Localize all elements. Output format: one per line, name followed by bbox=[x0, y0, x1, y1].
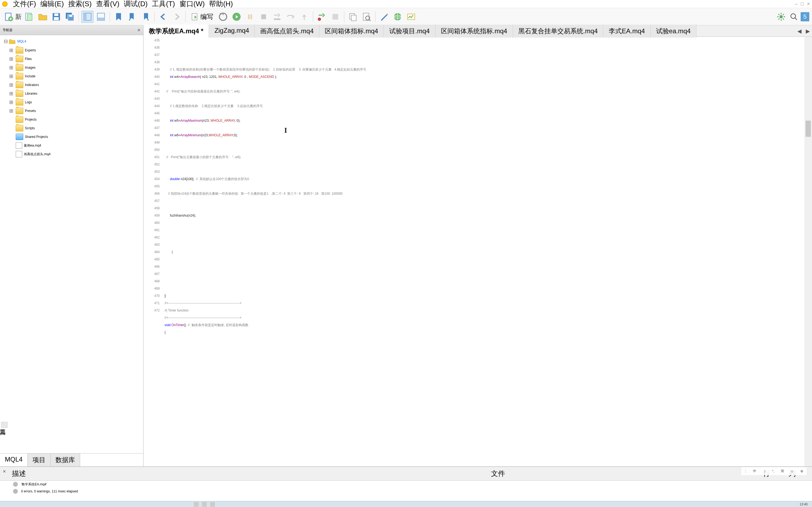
file-tab[interactable]: 区间箱体指标.mq4 bbox=[319, 24, 384, 38]
menu-window[interactable]: 窗口(W) bbox=[180, 0, 205, 9]
expand-icon[interactable]: ⊞ bbox=[8, 99, 14, 105]
debug-stop-button[interactable] bbox=[258, 11, 269, 23]
nav-tab-project[interactable]: 项目 bbox=[28, 453, 51, 466]
menu-debug[interactable]: 调试(D) bbox=[124, 0, 148, 9]
output-row[interactable]: '教学系统EA.mq4' bbox=[0, 481, 812, 488]
new-from-template-button[interactable] bbox=[23, 11, 35, 23]
step-into-button[interactable] bbox=[271, 11, 283, 23]
close-icon[interactable]: × bbox=[807, 1, 810, 7]
tree-file[interactable]: 画高低点箭头.mq4 bbox=[0, 150, 143, 159]
bookmark-toggle-button[interactable] bbox=[113, 11, 124, 23]
nav-back-button[interactable] bbox=[157, 11, 169, 23]
expand-icon[interactable]: ⊞ bbox=[8, 73, 14, 79]
tabs-prev-icon[interactable]: ◀ bbox=[795, 27, 804, 36]
toolbox-side-label[interactable]: 工具箱 bbox=[1, 422, 8, 428]
style-button[interactable] bbox=[378, 11, 390, 23]
menu-view[interactable]: 查看(V) bbox=[96, 0, 120, 9]
bookmark-next-button[interactable] bbox=[140, 11, 152, 23]
expand-icon[interactable]: ⊞ bbox=[8, 47, 14, 53]
maximize-icon[interactable]: □ bbox=[801, 1, 804, 7]
open-button[interactable] bbox=[37, 11, 49, 23]
file-tab[interactable]: 试验项目.mq4 bbox=[384, 24, 435, 38]
nav-tab-mql4[interactable]: MQL4 bbox=[0, 453, 28, 466]
tree-folder[interactable]: ⊞Logs bbox=[0, 98, 143, 107]
file-tab[interactable]: ZigZag.mq4 bbox=[209, 24, 255, 38]
ime-punct-icon[interactable]: °, bbox=[772, 469, 774, 473]
col-description[interactable]: 描述 bbox=[9, 467, 488, 481]
output-row[interactable]: 0 errors, 0 warnings, 111 msec elapsed bbox=[0, 488, 812, 495]
menu-search[interactable]: 搜索(S) bbox=[68, 0, 92, 9]
compile-button[interactable]: 编写 bbox=[188, 11, 215, 22]
tree-file[interactable]: 案例ea.mq4 bbox=[0, 141, 143, 150]
col-file[interactable]: 文件 bbox=[488, 467, 748, 481]
file-tab[interactable]: 区间箱体系统指标.mq4 bbox=[436, 24, 513, 38]
debug-pause-button[interactable] bbox=[244, 11, 256, 23]
editor-scrollbar[interactable] bbox=[804, 37, 812, 466]
toggle-toolbox-button[interactable] bbox=[95, 11, 107, 23]
market-badge[interactable]: 5 bbox=[801, 12, 809, 21]
ime-mode[interactable]: 简 bbox=[781, 469, 784, 473]
folder-label: Scripts bbox=[25, 126, 35, 130]
minimize-icon[interactable]: – bbox=[795, 1, 798, 7]
file-tab[interactable]: 画高低点箭头.mq4 bbox=[255, 24, 319, 38]
tree-folder[interactable]: ⊞Libraries bbox=[0, 89, 143, 98]
code-editor[interactable]: 4354364374384394404414424434444454464474… bbox=[144, 37, 812, 466]
settings-icon[interactable] bbox=[775, 11, 787, 23]
expand-icon[interactable]: ⊞ bbox=[8, 56, 14, 62]
navigator-close-icon[interactable]: × bbox=[137, 27, 141, 33]
menu-edit[interactable]: 编辑(E) bbox=[40, 0, 64, 9]
code-content[interactable]: I // 1. 规定数组的名称(你要在哪一个数组里面找寻你要找的那个目标值) 2… bbox=[162, 37, 812, 466]
ime-emoji-icon[interactable]: ☺ bbox=[791, 469, 794, 473]
nav-tab-database[interactable]: 数据库 bbox=[51, 453, 80, 466]
save-all-button[interactable] bbox=[64, 11, 76, 23]
expand-icon[interactable]: ⊞ bbox=[8, 91, 14, 97]
file-tab[interactable]: 试验ea.mq4 bbox=[651, 24, 697, 38]
taskbar-clock[interactable]: 13:40 bbox=[800, 502, 808, 506]
tree-folder[interactable]: ⊞Presets bbox=[0, 107, 143, 115]
file-tab[interactable]: 黑石复合挂单交易系统.mq4 bbox=[513, 24, 603, 38]
tree-folder[interactable]: Scripts bbox=[0, 124, 143, 132]
breakpoint-remove-button[interactable] bbox=[329, 11, 341, 23]
menu-help[interactable]: 帮助(H) bbox=[209, 0, 233, 9]
ime-moon-icon[interactable]: ☽ bbox=[763, 469, 766, 473]
expand-icon[interactable]: ⊞ bbox=[8, 82, 14, 88]
tree-folder[interactable]: ⊞Experts bbox=[0, 46, 143, 55]
tree-folder[interactable]: ⊞Indicators bbox=[0, 80, 143, 89]
chart-button[interactable] bbox=[405, 11, 417, 23]
collapse-icon[interactable]: ⊟ bbox=[3, 39, 9, 44]
internet-button[interactable] bbox=[392, 11, 404, 23]
new-button[interactable] bbox=[3, 11, 15, 23]
tree-folder[interactable]: ⊞Files bbox=[0, 55, 143, 63]
debug-restart-button[interactable] bbox=[217, 11, 229, 23]
find-button[interactable] bbox=[360, 11, 372, 23]
copy-button[interactable] bbox=[347, 11, 359, 23]
output-close-icon[interactable]: × bbox=[0, 467, 9, 481]
expand-icon[interactable]: ⊞ bbox=[8, 65, 14, 70]
tray-icon[interactable] bbox=[210, 502, 215, 507]
file-tab[interactable]: 教学系统EA.mq4 * bbox=[144, 24, 209, 38]
tray-icon[interactable] bbox=[202, 502, 207, 507]
step-out-button[interactable] bbox=[298, 11, 310, 23]
save-button[interactable] bbox=[50, 11, 62, 23]
expand-icon[interactable]: ⊞ bbox=[8, 108, 14, 114]
menu-tools[interactable]: 工具(T) bbox=[152, 0, 175, 9]
nav-forward-button[interactable] bbox=[171, 11, 183, 23]
breakpoint-button[interactable] bbox=[316, 11, 328, 23]
menu-file[interactable]: 文件(F) bbox=[13, 0, 36, 9]
ime-lang[interactable]: 中 bbox=[753, 469, 756, 473]
toggle-navigator-button[interactable] bbox=[82, 11, 93, 23]
folder-icon bbox=[16, 73, 23, 79]
tree-folder[interactable]: Projects bbox=[0, 115, 143, 124]
tray-icon[interactable] bbox=[194, 502, 199, 507]
search-icon[interactable] bbox=[790, 13, 798, 21]
tree-root[interactable]: ⊟ MQL4 bbox=[0, 37, 143, 46]
debug-start-button[interactable] bbox=[231, 11, 243, 23]
bookmark-prev-button[interactable] bbox=[126, 11, 138, 23]
step-over-button[interactable] bbox=[285, 11, 297, 23]
tree-folder[interactable]: ⊞Include bbox=[0, 72, 143, 80]
ime-settings-icon[interactable]: ⚙ bbox=[800, 469, 803, 473]
tree-folder[interactable]: ⊞Images bbox=[0, 63, 143, 72]
tree-folder[interactable]: Shared Projects bbox=[0, 132, 143, 141]
file-tab[interactable]: 李式EA.mq4 bbox=[603, 24, 650, 38]
tabs-next-icon[interactable]: ▶ bbox=[804, 27, 812, 36]
